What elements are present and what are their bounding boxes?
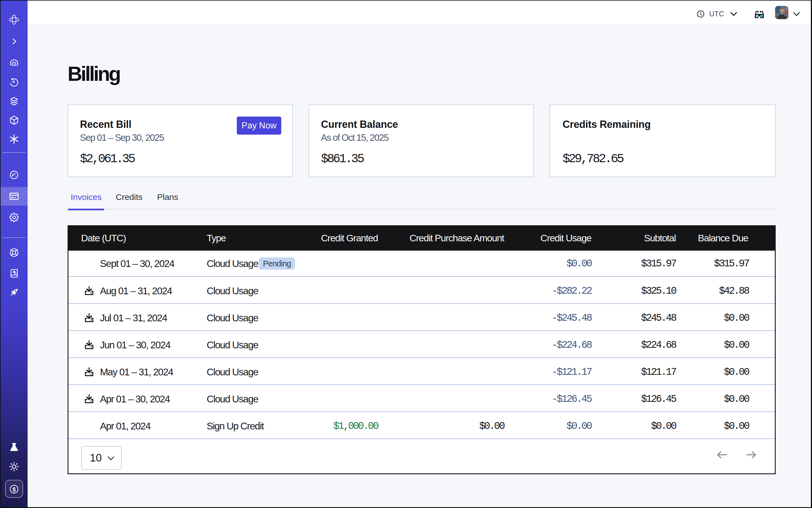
svg-text:$: $ [12,486,16,493]
